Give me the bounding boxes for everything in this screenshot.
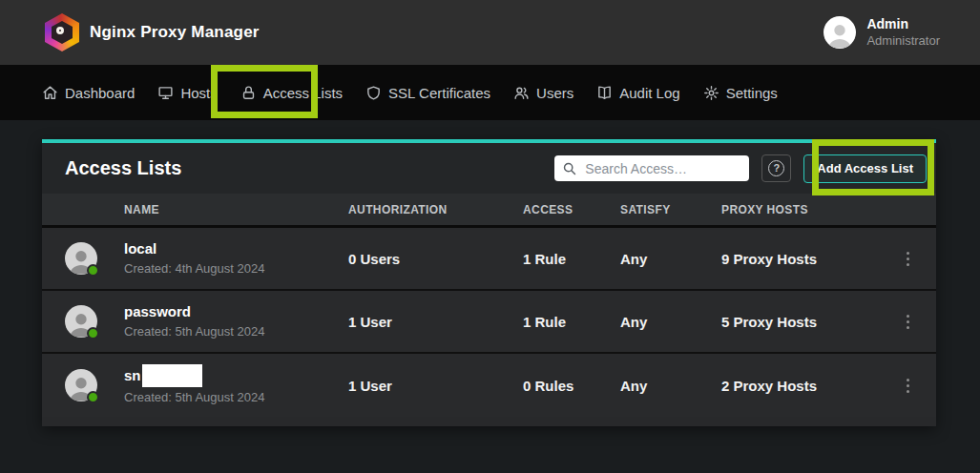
book-icon <box>596 85 613 101</box>
search-box[interactable] <box>554 155 749 181</box>
main-nav: Dashboard Hosts Access Lists SSL Certifi… <box>0 65 980 120</box>
table-header-row: NAME AUTHORIZATION ACCESS SATISFY PROXY … <box>42 194 936 228</box>
nav-label: Settings <box>726 85 778 101</box>
user-name: Admin <box>866 16 940 33</box>
access-list-name: sn <box>124 366 141 385</box>
nav-item-dashboard[interactable]: Dashboard <box>42 85 135 101</box>
app-logo-icon[interactable] <box>45 13 79 51</box>
nav-label: Users <box>536 85 573 101</box>
proxy-hosts-cell: 5 Proxy Hosts <box>721 314 899 330</box>
gear-icon <box>703 85 719 101</box>
nav-item-audit-log[interactable]: Audit Log <box>596 85 679 101</box>
column-header-name: NAME <box>124 203 348 216</box>
authorization-cell: 0 Users <box>348 251 523 267</box>
app-title: Nginx Proxy Manager <box>90 23 260 42</box>
created-date: Created: 5th August 2024 <box>124 389 348 406</box>
avatar <box>65 369 97 401</box>
status-online-dot <box>87 264 99 277</box>
access-list-name: password <box>124 302 191 321</box>
nav-item-settings[interactable]: Settings <box>703 85 778 101</box>
app-header: Nginx Proxy Manager Admin Administrator <box>0 0 980 65</box>
row-menu-kebab-icon[interactable] <box>899 374 916 397</box>
lock-icon <box>240 85 257 101</box>
user-avatar <box>824 16 856 49</box>
table-row[interactable]: local Created: 4th August 2024 0 Users 1… <box>42 228 936 291</box>
access-list-name: local <box>124 239 156 258</box>
redaction-box <box>142 364 202 387</box>
nav-item-hosts[interactable]: Hosts <box>157 85 217 101</box>
logo-ring <box>56 27 64 34</box>
nav-label: Audit Log <box>619 85 679 101</box>
row-menu-kebab-icon[interactable] <box>899 310 916 333</box>
nav-item-users[interactable]: Users <box>513 85 573 101</box>
monitor-icon <box>157 85 174 101</box>
user-menu[interactable]: Admin Administrator <box>824 16 940 49</box>
table-row[interactable]: sn Created: 5th August 2024 1 User 0 Rul… <box>42 354 936 417</box>
logo-hexagon <box>45 13 79 51</box>
nav-item-access-lists[interactable]: Access Lists <box>240 85 343 101</box>
help-button[interactable]: ? <box>761 154 791 182</box>
access-cell: 0 Rules <box>523 378 620 394</box>
nav-label: Dashboard <box>65 85 135 101</box>
add-access-list-button[interactable]: Add Access List <box>803 154 927 183</box>
authorization-cell: 1 User <box>348 378 523 394</box>
created-date: Created: 4th August 2024 <box>124 260 348 278</box>
column-header-satisfy: SATISFY <box>620 203 721 216</box>
satisfy-cell: Any <box>620 314 721 330</box>
person-icon <box>824 18 856 49</box>
column-header-proxy-hosts: PROXY HOSTS <box>721 203 899 216</box>
column-header-authorization: AUTHORIZATION <box>348 203 523 216</box>
avatar <box>65 305 97 338</box>
users-icon <box>513 85 530 101</box>
panel-title: Access Lists <box>65 157 181 179</box>
authorization-cell: 1 User <box>348 314 523 330</box>
home-icon <box>42 85 58 101</box>
status-online-dot <box>87 327 99 339</box>
avatar <box>65 242 97 275</box>
proxy-hosts-cell: 9 Proxy Hosts <box>721 251 899 267</box>
panel-header: Access Lists ? Add Access List <box>42 143 936 194</box>
access-cell: 1 Rule <box>523 314 620 330</box>
satisfy-cell: Any <box>620 378 721 394</box>
row-menu-kebab-icon[interactable] <box>899 247 916 270</box>
column-header-access: ACCESS <box>523 203 620 216</box>
nav-label: Access Lists <box>263 85 343 101</box>
access-lists-panel: Access Lists ? Add Access List NAME AUTH… <box>42 139 936 426</box>
proxy-hosts-cell: 2 Proxy Hosts <box>721 378 899 394</box>
nav-label: Hosts <box>180 85 217 101</box>
user-role: Administrator <box>866 33 940 49</box>
access-cell: 1 Rule <box>523 251 620 267</box>
search-icon <box>562 161 577 176</box>
question-circle-icon: ? <box>768 160 784 176</box>
nav-label: SSL Certificates <box>388 85 490 101</box>
search-input[interactable] <box>585 161 738 176</box>
satisfy-cell: Any <box>620 251 721 267</box>
nav-item-ssl-certificates[interactable]: SSL Certificates <box>365 85 490 101</box>
status-online-dot <box>87 391 99 403</box>
shield-icon <box>365 85 382 101</box>
table-row[interactable]: password Created: 5th August 2024 1 User… <box>42 291 936 354</box>
created-date: Created: 5th August 2024 <box>124 323 348 340</box>
